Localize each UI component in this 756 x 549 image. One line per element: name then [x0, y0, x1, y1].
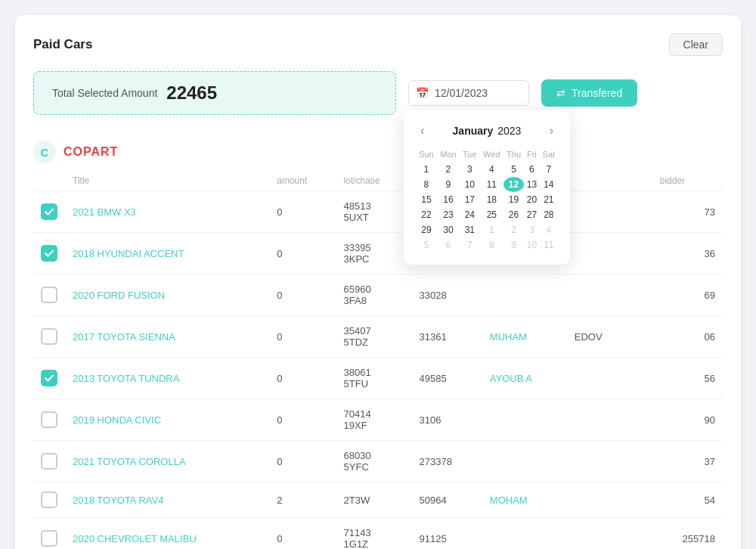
checkbox-cell[interactable]	[33, 316, 65, 358]
amount-cell: 2	[269, 482, 336, 518]
cal-day[interactable]: 27	[524, 207, 540, 222]
date-input-wrap: 📅	[408, 80, 529, 106]
cal-day[interactable]: 12	[503, 177, 524, 192]
cal-day[interactable]: 21	[540, 192, 558, 207]
car-title-cell[interactable]: 2017 TOYOTA SIENNA	[65, 316, 269, 358]
checkbox-unchecked[interactable]	[41, 530, 57, 547]
cal-prev-button[interactable]: ‹	[416, 123, 429, 139]
checkbox-cell[interactable]	[33, 358, 65, 399]
col5-cell: 91125	[412, 518, 482, 550]
cal-day[interactable]: 30	[437, 222, 460, 237]
cal-day[interactable]: 8	[480, 237, 503, 253]
col7-cell	[567, 399, 631, 441]
cal-day[interactable]: 10	[460, 177, 480, 192]
cal-day[interactable]: 17	[460, 192, 480, 207]
checkbox-cell[interactable]	[33, 518, 65, 550]
cal-day[interactable]: 20	[524, 192, 540, 207]
car-title-link[interactable]: 2019 HONDA CIVIC	[73, 414, 161, 426]
cal-day[interactable]: 22	[416, 207, 437, 222]
car-title-cell[interactable]: 2020 CHEVROLET MALIBU	[65, 518, 269, 550]
col-bidder: bidder	[652, 171, 723, 191]
cal-day[interactable]: 9	[503, 237, 524, 253]
checkbox-checked[interactable]	[41, 203, 57, 220]
car-title-link[interactable]: 2021 BMW X3	[73, 206, 136, 218]
col-7	[567, 171, 631, 191]
page-container: Paid Cars Clear Total Selected Amount 22…	[15, 15, 741, 549]
checkbox-unchecked[interactable]	[41, 328, 57, 345]
cal-day[interactable]: 15	[416, 192, 437, 207]
col6-cell: MUHAM	[482, 316, 567, 358]
cal-day[interactable]: 14	[540, 177, 558, 192]
cal-day[interactable]: 8	[416, 177, 437, 192]
cal-day[interactable]: 2	[437, 162, 460, 177]
car-title-link[interactable]: 2021 TOYOTA COROLLA	[73, 456, 186, 467]
cal-day[interactable]: 6	[524, 162, 540, 177]
transfer-icon: ⇄	[556, 87, 565, 99]
car-title-cell[interactable]: 2021 TOYOTA COROLLA	[65, 441, 269, 482]
cal-day[interactable]: 2	[503, 222, 524, 237]
cal-day[interactable]: 10	[524, 237, 540, 253]
car-title-link[interactable]: 2017 TOYOTA SIENNA	[73, 331, 175, 343]
car-title-cell[interactable]: 2020 FORD FUSION	[65, 274, 269, 316]
car-title-cell[interactable]: 2021 BMW X3	[65, 191, 269, 233]
amount-cell: 0	[269, 518, 336, 550]
car-title-link[interactable]: 2018 HYUNDAI ACCENT	[73, 248, 184, 259]
checkbox-unchecked[interactable]	[41, 453, 57, 470]
col8-cell	[630, 233, 652, 274]
cal-day[interactable]: 9	[437, 177, 460, 192]
cal-day[interactable]: 25	[480, 207, 503, 222]
cal-day[interactable]: 4	[540, 222, 558, 237]
cal-day[interactable]: 1	[416, 162, 437, 177]
car-title-cell[interactable]: 2018 HYUNDAI ACCENT	[65, 233, 269, 274]
cal-day[interactable]: 24	[460, 207, 480, 222]
cal-day[interactable]: 13	[524, 177, 540, 192]
car-title-link[interactable]: 2020 CHEVROLET MALIBU	[73, 533, 197, 544]
col6-cell	[482, 399, 567, 441]
cal-day[interactable]: 5	[416, 237, 437, 253]
checkbox-checked[interactable]	[41, 370, 57, 386]
checkbox-cell[interactable]	[33, 191, 65, 233]
transfer-label: Transfered	[572, 87, 622, 99]
checkbox-cell[interactable]	[33, 274, 65, 316]
checkbox-unchecked[interactable]	[41, 492, 57, 508]
bidder-cell: 69	[652, 274, 723, 316]
cal-day[interactable]: 4	[480, 162, 503, 177]
cal-day[interactable]: 7	[460, 237, 480, 253]
cal-day[interactable]: 5	[503, 162, 524, 177]
cal-day[interactable]: 11	[480, 177, 503, 192]
cal-day[interactable]: 11	[540, 237, 558, 253]
checkbox-cell[interactable]	[33, 233, 65, 274]
cal-day[interactable]: 18	[480, 192, 503, 207]
cal-day[interactable]: 28	[540, 207, 558, 222]
checkbox-unchecked[interactable]	[41, 411, 57, 428]
cal-day[interactable]: 1	[480, 222, 503, 237]
cal-day[interactable]: 19	[503, 192, 524, 207]
cal-day[interactable]: 26	[503, 207, 524, 222]
checkbox-cell[interactable]	[33, 399, 65, 441]
checkbox-cell[interactable]	[33, 482, 65, 518]
cal-day[interactable]: 29	[416, 222, 437, 237]
checkbox-cell[interactable]	[33, 441, 65, 482]
cal-day[interactable]: 31	[460, 222, 480, 237]
cal-next-button[interactable]: ›	[545, 123, 558, 139]
car-title-cell[interactable]: 2018 TOYOTA RAV4	[65, 482, 269, 518]
transfer-button[interactable]: ⇄ Transfered	[541, 79, 637, 107]
car-title-link[interactable]: 2020 FORD FUSION	[73, 290, 165, 301]
checkbox-unchecked[interactable]	[41, 287, 57, 303]
car-title-cell[interactable]: 2013 TOYOTA TUNDRA	[65, 358, 269, 399]
car-title-link[interactable]: 2018 TOYOTA RAV4	[73, 495, 163, 506]
checkbox-checked[interactable]	[41, 245, 57, 262]
car-title-cell[interactable]: 2019 HONDA CIVIC	[65, 399, 269, 441]
cal-weekday-sun: Sun	[416, 147, 437, 162]
clear-button[interactable]: Clear	[669, 33, 723, 56]
cal-day[interactable]: 7	[540, 162, 558, 177]
cal-day[interactable]: 23	[437, 207, 460, 222]
cal-year: 2023	[497, 125, 521, 137]
car-title-link[interactable]: 2013 TOYOTA TUNDRA	[73, 373, 179, 384]
cal-day[interactable]: 6	[437, 237, 460, 253]
table-area: C COPART Title amount lot/chase bidder	[33, 130, 723, 549]
cal-day[interactable]: 16	[437, 192, 460, 207]
cal-day[interactable]: 3	[524, 222, 540, 237]
page-header: Paid Cars Clear	[33, 33, 723, 56]
cal-day[interactable]: 3	[460, 162, 480, 177]
